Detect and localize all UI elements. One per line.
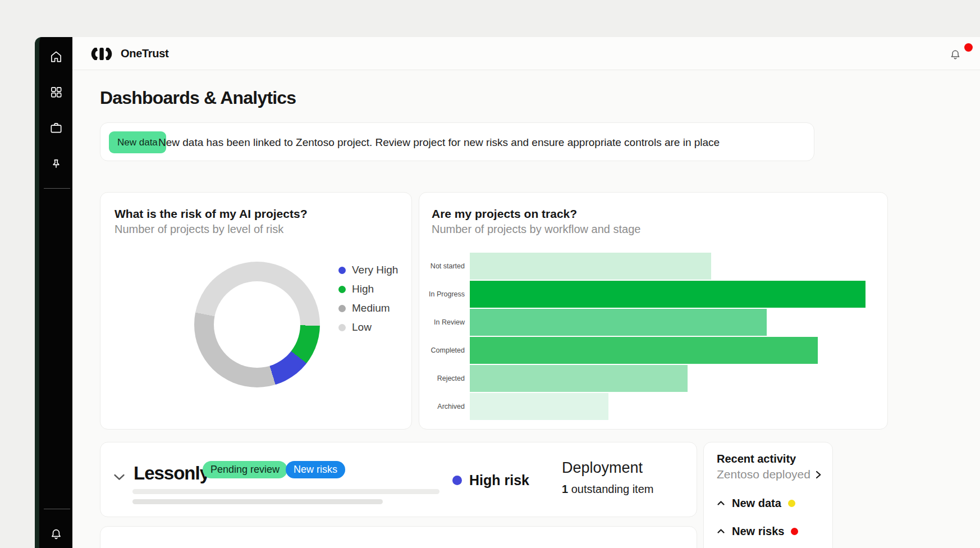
risk-card-title: What is the risk of my AI projects?	[115, 207, 307, 221]
page-title: Dashboards & Analytics	[100, 88, 296, 108]
sidebar	[35, 37, 72, 548]
track-chart-card: Are my projects on track? Number of proj…	[419, 192, 888, 430]
track-bars: Not startedIn ProgressIn ReviewCompleted…	[422, 253, 865, 421]
bar-fill	[470, 281, 865, 308]
grid-icon[interactable]	[49, 85, 63, 99]
legend-item-medium: Medium	[338, 303, 398, 314]
pin-icon[interactable]	[49, 157, 63, 172]
risk-chart-card: What is the risk of my AI projects? Numb…	[100, 192, 412, 430]
bar-track	[470, 281, 865, 308]
bar-category-label: In Progress	[422, 290, 465, 298]
legend-label: Medium	[352, 302, 390, 314]
bar-track	[470, 337, 865, 364]
topbar: OneTrust	[72, 37, 980, 70]
risk-card-subtitle: Number of projects by level of risk	[115, 223, 283, 236]
status-badge: Pending review	[203, 461, 287, 478]
bar-category-label: Rejected	[422, 375, 465, 382]
track-card-subtitle: Number of projects by workflow and stage	[432, 223, 640, 236]
notifications-bell-icon[interactable]	[949, 48, 968, 67]
skeleton-line-1	[132, 489, 439, 494]
onetrust-logo-icon	[89, 48, 115, 60]
new-risks-badge: New risks	[286, 461, 345, 478]
outstanding-label: outstanding item	[568, 483, 653, 495]
brand-name: OneTrust	[121, 47, 168, 60]
legend-dot-icon	[338, 267, 346, 274]
bar-row-in-review: In Review	[422, 309, 865, 336]
bar-track	[470, 393, 865, 420]
high-risk-dot	[452, 476, 462, 485]
bar-category-label: Not started	[422, 262, 465, 270]
outstanding-items: 1 outstanding item	[562, 483, 653, 496]
zentoso-deployed-label: Zentoso deployed	[717, 468, 810, 481]
legend-dot-icon	[338, 324, 346, 331]
activity-label: New risks	[732, 525, 784, 538]
recent-activity-title: Recent activity	[717, 453, 796, 465]
sidebar-divider-top	[44, 188, 70, 189]
banner-message: New data has been linked to Zentoso proj…	[158, 123, 720, 162]
screen: OneTrust Dashboards & Analytics New data…	[0, 0, 980, 548]
chevron-up-icon	[717, 500, 725, 506]
legend-label: Very High	[352, 264, 398, 276]
chevron-right-icon	[815, 470, 822, 480]
bar-track	[470, 253, 865, 280]
bar-row-rejected: Rejected	[422, 365, 865, 392]
new-data-banner: New data New data has been linked to Zen…	[100, 122, 814, 161]
bar-fill	[470, 309, 767, 336]
new-data-badge: New data	[109, 131, 166, 153]
legend-item-very-high: Very High	[338, 264, 398, 276]
outstanding-count: 1	[562, 483, 568, 495]
legend-dot-icon	[338, 305, 346, 312]
next-project-card-partial	[100, 526, 697, 548]
bar-category-label: Archived	[422, 403, 465, 410]
activity-list: New dataNew risks	[717, 496, 798, 548]
skeleton-line-2	[132, 499, 383, 504]
legend-label: High	[352, 283, 374, 295]
bar-track	[470, 365, 865, 392]
chevron-up-icon	[717, 528, 725, 534]
stage-title: Deployment	[562, 459, 643, 477]
activity-label: New data	[732, 497, 781, 510]
chevron-down-icon[interactable]	[113, 473, 126, 483]
activity-item-new-risks[interactable]: New risks	[717, 524, 798, 538]
legend-label: Low	[352, 321, 372, 334]
home-icon[interactable]	[49, 49, 63, 64]
legend-item-high: High	[338, 284, 398, 295]
risk-legend: Very HighHighMediumLow	[338, 264, 398, 341]
bar-row-in-progress: In Progress	[422, 281, 865, 308]
legend-item-low: Low	[338, 322, 398, 333]
risk-donut-hole	[214, 281, 300, 368]
risk-donut-ring	[194, 262, 320, 387]
activity-status-dot	[791, 528, 798, 535]
zentoso-deployed-link[interactable]: Zentoso deployed	[717, 468, 822, 481]
bar-category-label: Completed	[422, 346, 465, 354]
briefcase-icon[interactable]	[49, 121, 63, 135]
activity-status-dot	[788, 500, 795, 507]
legend-dot-icon	[338, 286, 346, 293]
sidebar-divider-bottom	[44, 509, 70, 509]
high-risk-label: High risk	[469, 472, 529, 488]
activity-item-new-data[interactable]: New data	[717, 496, 798, 510]
project-name: Lessonly	[134, 463, 209, 484]
notification-badge-dot	[964, 43, 973, 52]
bar-row-not-started: Not started	[422, 253, 865, 280]
bar-row-completed: Completed	[422, 337, 865, 364]
bar-fill	[470, 365, 688, 392]
project-card-lessonly: Lessonly Pending review New risks High r…	[100, 442, 697, 517]
brand: OneTrust	[89, 47, 168, 60]
bar-track	[470, 309, 865, 336]
track-card-title: Are my projects on track?	[432, 207, 577, 221]
bell-icon[interactable]	[49, 527, 63, 542]
bar-fill	[470, 253, 711, 280]
bar-category-label: In Review	[422, 318, 465, 326]
bar-row-archived: Archived	[422, 393, 865, 420]
bar-fill	[470, 337, 818, 364]
recent-activity-card: Recent activity Zentoso deployed New dat…	[703, 442, 833, 548]
bar-fill	[470, 393, 608, 420]
